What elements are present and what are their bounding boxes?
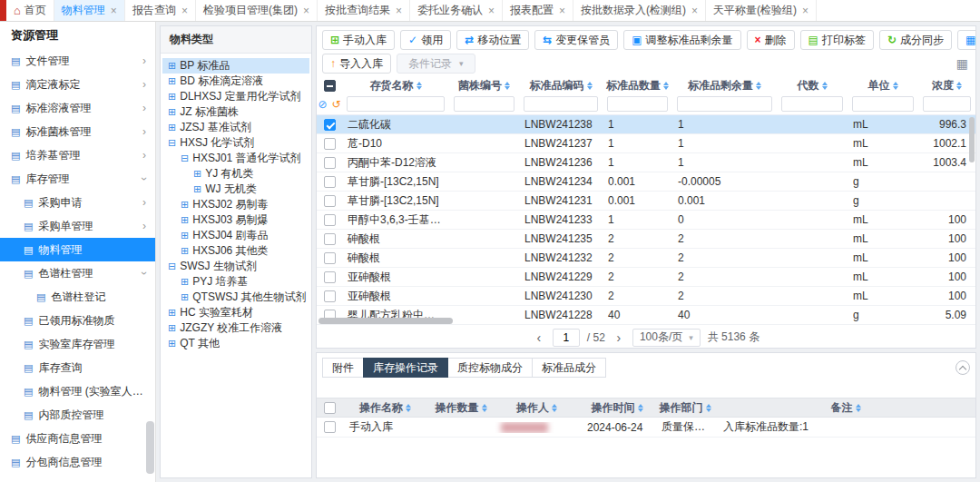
tree-node-JZ 标准菌株[interactable]: ⊞JZ 标准菌株 [162, 104, 309, 120]
filter-input-浓度[interactable] [923, 96, 971, 112]
tree-expand-icon[interactable]: ⊞ [181, 292, 189, 302]
tree-expand-icon[interactable]: ⊞ [193, 184, 201, 194]
row-checkbox[interactable] [324, 290, 336, 302]
sidebar-item-已领用标准物质[interactable]: ▤已领用标准物质 [0, 309, 155, 332]
clear-filter-icon[interactable]: ⊘ [318, 99, 327, 110]
tree-expand-icon[interactable]: ⊞ [181, 200, 189, 210]
tab-委托业务确认[interactable]: 委托业务确认× [410, 0, 503, 21]
filter-input-代数[interactable] [781, 96, 843, 112]
tree-node-HC 实验室耗材[interactable]: ⊞HC 实验室耗材 [162, 305, 309, 320]
tab-首页[interactable]: ⌂首页 [6, 0, 54, 21]
tree-collapse-icon[interactable]: ⊟ [181, 153, 189, 163]
toolbar-button-领用[interactable]: ✓领用 [400, 30, 451, 50]
table-row[interactable]: 甲醇中3,6,3-壬基酚-13C6LNBW24123310mL100 [317, 211, 975, 230]
toolbar-button-打印标签[interactable]: ▤打印标签 [800, 30, 874, 50]
tree-node-JZGZY 校准工作溶液[interactable]: ⊞JZGZY 校准工作溶液 [162, 320, 309, 336]
sort-icons[interactable] [956, 82, 962, 90]
log-column-header-操作部门[interactable]: 操作部门 [654, 398, 716, 417]
sort-icons[interactable] [587, 82, 593, 90]
column-header-代数[interactable]: 代数 [777, 77, 848, 93]
toolbar-button-调整标准品剩余量[interactable]: ▣调整标准品剩余量 [623, 30, 740, 50]
sidebar-item-库存管理[interactable]: ▤库存管理› [0, 167, 155, 191]
tree-node-JZSJ 基准试剂[interactable]: ⊞JZSJ 基准试剂 [162, 120, 309, 135]
log-column-header-操作数量[interactable]: 操作数量 [428, 398, 494, 417]
tree-expand-icon[interactable]: ⊞ [168, 339, 176, 349]
table-row[interactable]: 亚砷酸根LNBW24122922mL100 [317, 268, 975, 287]
tree-node-HXSJ06 其他类[interactable]: ⊞HXSJ06 其他类 [162, 243, 309, 259]
tree-expand-icon[interactable]: ⊞ [168, 61, 176, 71]
row-checkbox[interactable] [324, 195, 336, 207]
close-icon[interactable]: × [802, 5, 808, 16]
tree-node-DLHXSJ 定量用化学试剂[interactable]: ⊞DLHXSJ 定量用化学试剂 [162, 89, 309, 104]
column-header-单位[interactable]: 单位 [848, 77, 918, 93]
sort-icons[interactable] [856, 404, 861, 412]
row-checkbox[interactable] [324, 176, 336, 188]
table-row[interactable]: 苊-D10LNBW24123711mL1002.1 [317, 134, 975, 153]
row-checkbox[interactable] [324, 157, 336, 169]
sort-icons[interactable] [822, 82, 828, 90]
tree-expand-icon[interactable]: ⊞ [168, 76, 176, 86]
filter-input-标准品剩余量[interactable] [677, 96, 772, 112]
next-page-button[interactable]: › [612, 331, 625, 344]
sidebar-item-滴定液标定[interactable]: ▤滴定液标定› [0, 73, 155, 96]
sidebar-item-物料管理[interactable]: ▤物料管理 [0, 238, 155, 261]
tree-node-YJ 有机类[interactable]: ⊞YJ 有机类 [162, 166, 309, 182]
tree-expand-icon[interactable]: ⊞ [168, 92, 176, 102]
sort-icons[interactable] [893, 82, 898, 90]
sort-icons[interactable] [756, 82, 761, 90]
filter-input-标准品编码[interactable] [524, 96, 598, 112]
sidebar-item-实验室库存管理[interactable]: ▤实验室库存管理 [0, 332, 155, 356]
detail-tab-附件[interactable]: 附件 [322, 358, 364, 378]
tree-expand-icon[interactable]: ⊞ [193, 169, 201, 179]
sort-icons[interactable] [406, 404, 411, 412]
tree-node-BP 标准品[interactable]: ⊞BP 标准品 [162, 58, 309, 74]
tree-node-QTSWSJ 其他生物试剂[interactable]: ⊞QTSWSJ 其他生物试剂 [162, 290, 309, 305]
table-row[interactable]: 丙酮中苯-D12溶液LNBW24123611mL1003.4 [317, 153, 975, 172]
sidebar-item-分包商信息管理[interactable]: ▤分包商信息管理 [0, 450, 155, 474]
tab-报表配置[interactable]: 报表配置× [503, 0, 573, 21]
page-size-select[interactable]: 100条/页 ▾ [632, 329, 701, 347]
table-row[interactable]: 草甘膦-[13C2,15N]LNBW2412340.001-0.00005g [317, 172, 975, 192]
prev-page-button[interactable]: ‹ [533, 331, 545, 344]
toolbar-button-移动位置[interactable]: ⇄移动位置 [456, 30, 529, 50]
tree-node-QT 其他[interactable]: ⊞QT 其他 [162, 336, 309, 351]
toolbar-button-变更保管员[interactable]: ⇆变更保管员 [534, 30, 618, 50]
sort-icons[interactable] [505, 82, 510, 90]
filter-input-单位[interactable] [852, 96, 914, 112]
close-icon[interactable]: × [396, 5, 402, 16]
tab-物料管理[interactable]: 物料管理× [54, 0, 125, 21]
row-checkbox[interactable] [324, 138, 336, 150]
column-header-菌株编号[interactable]: 菌株编号 [449, 77, 519, 93]
horizontal-scrollbar-thumb[interactable] [318, 318, 453, 324]
filter-input-标准品数量[interactable] [607, 96, 668, 112]
close-icon[interactable]: × [111, 5, 117, 16]
log-table-row[interactable]: 手动入库2024-06-24质量保障部入库标准品数量:1 [317, 418, 975, 438]
close-icon[interactable]: × [559, 5, 565, 16]
detail-tab-库存操作记录[interactable]: 库存操作记录 [363, 358, 448, 378]
tree-collapse-icon[interactable]: ⊟ [168, 138, 176, 148]
toolbar-button-删除[interactable]: ×删除 [747, 30, 795, 50]
sort-icons[interactable] [482, 404, 487, 412]
sidebar-item-标准溶液管理[interactable]: ▤标准溶液管理› [0, 96, 155, 120]
toolbar-button-库存信息表[interactable]: ▦库存信息表 [957, 30, 976, 50]
table-row[interactable]: 砷酸根LNBW24123522mL100 [317, 230, 975, 249]
log-column-header-操作人[interactable]: 操作人 [494, 398, 580, 417]
column-header-标准品编码[interactable]: 标准品编码 [519, 77, 603, 93]
table-row[interactable]: 砷酸根LNBW24123222mL100 [317, 249, 975, 268]
tab-按批查询结果[interactable]: 按批查询结果× [318, 0, 410, 21]
sidebar-item-色谱柱管理[interactable]: ▤色谱柱管理› [0, 261, 155, 285]
sort-icons[interactable] [416, 82, 422, 90]
table-row[interactable]: 草甘膦-[13C2,15N]LNBW2412310.0010.001g [317, 192, 975, 211]
table-row[interactable]: 亚砷酸根LNBW24123022mL100 [317, 287, 975, 306]
tree-expand-icon[interactable]: ⊞ [168, 323, 176, 333]
sidebar-item-采购申请[interactable]: ▤采购申请› [0, 191, 155, 214]
tab-报告查询[interactable]: 报告查询× [125, 0, 196, 21]
column-header-浓度[interactable]: 浓度 [918, 77, 975, 93]
close-icon[interactable]: × [691, 5, 698, 16]
column-header-标准品剩余量[interactable]: 标准品剩余量 [672, 77, 777, 93]
sort-icons[interactable] [663, 82, 669, 90]
detail-tab-质控标物成分[interactable]: 质控标物成分 [447, 358, 533, 378]
tree-expand-icon[interactable]: ⊞ [168, 123, 176, 133]
tree-node-HXSJ03 易制爆[interactable]: ⊞HXSJ03 易制爆 [162, 212, 309, 228]
log-row-checkbox[interactable] [324, 421, 336, 433]
